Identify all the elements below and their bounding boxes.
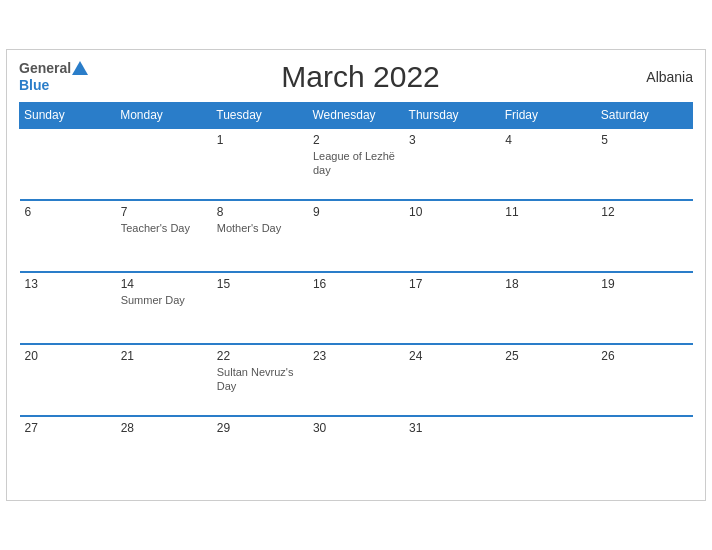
day-number: 3 bbox=[409, 133, 495, 147]
day-number: 18 bbox=[505, 277, 591, 291]
day-cell bbox=[596, 416, 692, 488]
day-cell: 19 bbox=[596, 272, 692, 344]
day-cell: 13 bbox=[20, 272, 116, 344]
day-number: 11 bbox=[505, 205, 591, 219]
day-cell: 3 bbox=[404, 128, 500, 200]
logo: General Blue bbox=[19, 60, 88, 94]
day-cell: 4 bbox=[500, 128, 596, 200]
day-number: 22 bbox=[217, 349, 303, 363]
day-cell: 24 bbox=[404, 344, 500, 416]
day-number: 17 bbox=[409, 277, 495, 291]
day-number: 5 bbox=[601, 133, 687, 147]
day-number: 14 bbox=[121, 277, 207, 291]
calendar-table: Sunday Monday Tuesday Wednesday Thursday… bbox=[19, 102, 693, 488]
day-cell: 1 bbox=[212, 128, 308, 200]
day-cell: 11 bbox=[500, 200, 596, 272]
day-number: 19 bbox=[601, 277, 687, 291]
day-number: 28 bbox=[121, 421, 207, 435]
day-number: 16 bbox=[313, 277, 399, 291]
day-number: 7 bbox=[121, 205, 207, 219]
calendar-header: General Blue March 2022 Albania bbox=[19, 60, 693, 94]
week-row-1: 67Teacher's Day8Mother's Day9101112 bbox=[20, 200, 693, 272]
day-number: 4 bbox=[505, 133, 591, 147]
week-row-0: 12League of Lezhë day345 bbox=[20, 128, 693, 200]
header-friday: Friday bbox=[500, 103, 596, 129]
week-row-2: 1314Summer Day1516171819 bbox=[20, 272, 693, 344]
day-number: 26 bbox=[601, 349, 687, 363]
day-number: 8 bbox=[217, 205, 303, 219]
day-cell: 5 bbox=[596, 128, 692, 200]
day-cell: 6 bbox=[20, 200, 116, 272]
weekday-header-row: Sunday Monday Tuesday Wednesday Thursday… bbox=[20, 103, 693, 129]
day-cell: 22Sultan Nevruz's Day bbox=[212, 344, 308, 416]
day-cell: 16 bbox=[308, 272, 404, 344]
month-title: March 2022 bbox=[88, 60, 633, 94]
week-row-4: 2728293031 bbox=[20, 416, 693, 488]
day-cell: 7Teacher's Day bbox=[116, 200, 212, 272]
day-cell bbox=[116, 128, 212, 200]
day-event: Mother's Day bbox=[217, 221, 303, 235]
day-number: 12 bbox=[601, 205, 687, 219]
day-number: 13 bbox=[25, 277, 111, 291]
day-cell: 27 bbox=[20, 416, 116, 488]
day-event: Sultan Nevruz's Day bbox=[217, 365, 303, 394]
day-number: 9 bbox=[313, 205, 399, 219]
day-event: League of Lezhë day bbox=[313, 149, 399, 178]
day-number: 20 bbox=[25, 349, 111, 363]
day-cell: 18 bbox=[500, 272, 596, 344]
day-number: 1 bbox=[217, 133, 303, 147]
day-number: 24 bbox=[409, 349, 495, 363]
day-number: 15 bbox=[217, 277, 303, 291]
day-cell: 8Mother's Day bbox=[212, 200, 308, 272]
header-wednesday: Wednesday bbox=[308, 103, 404, 129]
day-cell: 21 bbox=[116, 344, 212, 416]
logo-block: General Blue bbox=[19, 60, 88, 94]
day-cell: 12 bbox=[596, 200, 692, 272]
header-monday: Monday bbox=[116, 103, 212, 129]
calendar-container: General Blue March 2022 Albania Sunday M… bbox=[6, 49, 706, 501]
day-cell: 14Summer Day bbox=[116, 272, 212, 344]
day-cell bbox=[500, 416, 596, 488]
day-cell: 31 bbox=[404, 416, 500, 488]
country-label: Albania bbox=[633, 69, 693, 85]
day-cell: 9 bbox=[308, 200, 404, 272]
logo-general-text: General bbox=[19, 60, 71, 76]
day-cell: 2League of Lezhë day bbox=[308, 128, 404, 200]
day-number: 10 bbox=[409, 205, 495, 219]
day-cell: 20 bbox=[20, 344, 116, 416]
day-number: 6 bbox=[25, 205, 111, 219]
day-cell: 25 bbox=[500, 344, 596, 416]
day-cell: 15 bbox=[212, 272, 308, 344]
day-number: 23 bbox=[313, 349, 399, 363]
header-saturday: Saturday bbox=[596, 103, 692, 129]
day-event: Summer Day bbox=[121, 293, 207, 307]
header-tuesday: Tuesday bbox=[212, 103, 308, 129]
day-cell: 29 bbox=[212, 416, 308, 488]
day-number: 30 bbox=[313, 421, 399, 435]
day-number: 21 bbox=[121, 349, 207, 363]
day-cell: 30 bbox=[308, 416, 404, 488]
day-number: 25 bbox=[505, 349, 591, 363]
day-event: Teacher's Day bbox=[121, 221, 207, 235]
day-cell: 28 bbox=[116, 416, 212, 488]
header-thursday: Thursday bbox=[404, 103, 500, 129]
logo-triangle-icon bbox=[72, 61, 88, 75]
header-sunday: Sunday bbox=[20, 103, 116, 129]
day-cell bbox=[20, 128, 116, 200]
day-cell: 23 bbox=[308, 344, 404, 416]
week-row-3: 202122Sultan Nevruz's Day23242526 bbox=[20, 344, 693, 416]
day-number: 31 bbox=[409, 421, 495, 435]
day-cell: 10 bbox=[404, 200, 500, 272]
logo-blue-text: Blue bbox=[19, 77, 49, 93]
day-cell: 17 bbox=[404, 272, 500, 344]
day-number: 29 bbox=[217, 421, 303, 435]
day-number: 2 bbox=[313, 133, 399, 147]
day-number: 27 bbox=[25, 421, 111, 435]
day-cell: 26 bbox=[596, 344, 692, 416]
